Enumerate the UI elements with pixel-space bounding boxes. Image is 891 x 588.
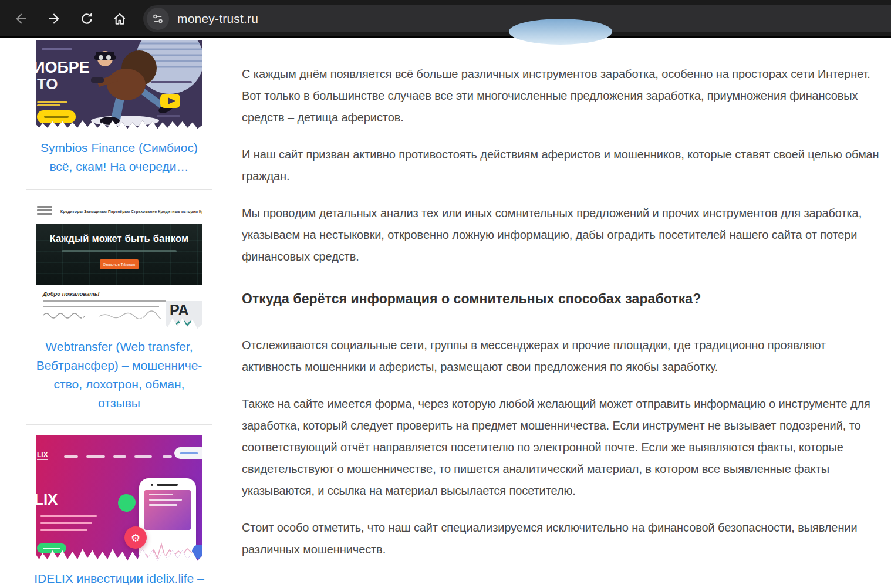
url-text: money-trust.ru (177, 12, 258, 26)
forward-button[interactable] (46, 11, 62, 27)
page-content: ИОБРЕ ТО ДОЙ (0, 38, 891, 588)
sidebar-divider (26, 420, 212, 425)
sidebar-post-symbios: ИОБРЕ ТО ДОЙ (26, 40, 212, 190)
article-paragraph: Мы проводим детальных анализ тех или ины… (242, 202, 880, 268)
svg-text:ИОБРЕ: ИОБРЕ (36, 59, 90, 76)
reload-icon (79, 11, 95, 26)
phone-camera-dot (151, 484, 153, 486)
site-settings-badge[interactable] (147, 8, 169, 30)
text-line-placeholder (41, 522, 92, 524)
text-line-placeholder (43, 300, 166, 302)
sidebar-recent-posts: ИОБРЕ ТО ДОЙ (26, 38, 212, 588)
article-paragraph: Стоит особо отметить, что наш сайт специ… (242, 517, 880, 560)
text-line-placeholder (41, 529, 87, 531)
home-icon (112, 11, 127, 26)
blue-circle-decoration (192, 545, 203, 559)
forward-arrow-icon (46, 11, 62, 26)
idelix-logo-partial: LIX (37, 451, 48, 460)
article-paragraph: И наш сайт призван активно противостоять… (242, 144, 880, 187)
sidebar-link-webtransfer[interactable]: Webtransfer (Web transfer,Вебтрансфер) –… (26, 337, 212, 413)
reload-button[interactable] (79, 11, 95, 27)
webtransfer-site-header: Кредиторы Заемщикам Партнёрам Страховани… (36, 201, 203, 224)
article-paragraph: Также на сайте имеется форма, через кото… (242, 393, 880, 502)
text-line-placeholder (41, 515, 97, 517)
section-heading: Откуда берётся информация о сомнительных… (242, 289, 880, 309)
green-blob-decoration (118, 494, 136, 512)
idelix-login-pill[interactable] (174, 447, 203, 459)
site-controls-icon (151, 12, 164, 25)
webtransfer-partner-logo: РА (166, 301, 203, 332)
back-button[interactable] (13, 11, 29, 27)
browser-toolbar: money-trust.ru (0, 0, 891, 38)
post-thumbnail-webtransfer[interactable]: Кредиторы Заемщикам Партнёрам Страховани… (36, 201, 203, 333)
teal-zigzag (170, 320, 195, 327)
address-bar[interactable]: money-trust.ru (143, 5, 891, 32)
phone-screen (144, 490, 191, 530)
webtransfer-welcome-title: Добро пожаловать! (43, 290, 203, 297)
webtransfer-banner-button[interactable]: Открыть в Telegram (100, 259, 139, 269)
home-button[interactable] (112, 11, 128, 27)
article-body: С каждым днём появляется всё больше разл… (242, 38, 880, 576)
sidebar-link-symbios[interactable]: Symbios Finance (Симбиос)всё, скам! На о… (26, 138, 212, 176)
svg-text:ТО: ТО (37, 75, 58, 93)
webtransfer-banner-title: Каждый может быть банком (36, 224, 203, 244)
sidebar-post-idelix: LIX LIX (26, 435, 212, 588)
idelix-hero-partial: LIX (36, 491, 58, 509)
idelix-green-button[interactable] (37, 543, 66, 553)
post-thumbnail-symbios[interactable]: ИОБРЕ ТО ДОЙ (36, 40, 203, 131)
webtransfer-nav: Кредиторы Заемщикам Партнёрам Страховани… (60, 209, 203, 214)
webtransfer-welcome-section: Добро пожаловать! РА (36, 285, 203, 333)
phone-chart-squiggle (139, 535, 196, 564)
idelix-phone-mockup (139, 478, 196, 565)
webtransfer-banner-subtitle (62, 250, 177, 252)
symbios-thumb-art: ИОБРЕ ТО ДОЙ (36, 40, 203, 131)
sidebar-divider (26, 184, 212, 190)
webtransfer-banner: Каждый может быть банком Открыть в Teleg… (36, 224, 203, 285)
sidebar-link-idelix[interactable]: IDELIX инвестиции idelix.life –развод, о… (26, 569, 212, 588)
text-line-placeholder (43, 306, 159, 307)
article-paragraph: С каждым днём появляется всё больше разл… (242, 63, 880, 129)
back-arrow-icon (14, 11, 29, 26)
phone-speaker (157, 484, 178, 486)
sidebar-post-webtransfer: Кредиторы Заемщикам Партнёрам Страховани… (26, 201, 212, 425)
webtransfer-logo (37, 206, 52, 217)
gear-icon: ⚙ (124, 526, 147, 549)
post-thumbnail-idelix[interactable]: LIX LIX (36, 435, 203, 565)
article-paragraph: Отслеживаются социальные сети, группы в … (242, 334, 880, 378)
